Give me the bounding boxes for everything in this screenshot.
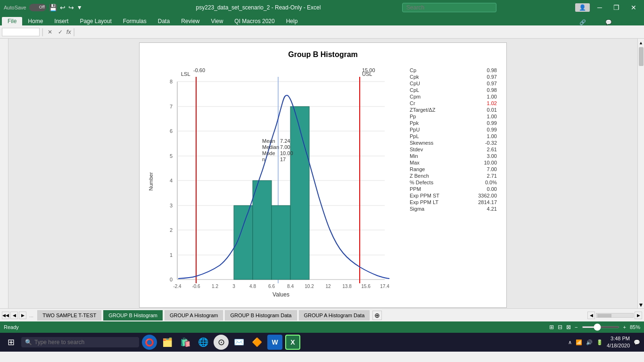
tab-data[interactable]: Data <box>152 17 175 25</box>
system-tray: ∧ 📶 🔊 🔋 3:48 PM 4/18/2020 💬 <box>568 335 640 350</box>
title-search-input[interactable] <box>402 3 496 12</box>
svg-text:10.2: 10.2 <box>305 284 314 289</box>
metric-value: 3.00 <box>464 153 497 159</box>
formula-bar: | ✕ ✓ fx | <box>0 25 644 39</box>
zoom-increase[interactable]: + <box>623 324 626 330</box>
account-icon[interactable]: 👤 <box>575 3 590 12</box>
metric-value: 1.02 <box>464 100 497 106</box>
tray-battery-icon[interactable]: 🔋 <box>596 339 603 346</box>
metric-value: 0.98 <box>464 67 497 73</box>
zoom-decrease[interactable]: − <box>575 324 578 330</box>
taskbar-app-word[interactable]: W <box>267 335 282 350</box>
tray-volume-icon[interactable]: 🔊 <box>586 339 593 346</box>
metric-label: CpU <box>410 81 420 86</box>
taskbar-app-excel[interactable]: X <box>285 335 300 350</box>
cancel-formula-button[interactable]: ✕ <box>46 29 54 35</box>
taskbar-app-edge[interactable]: 🌐 <box>196 335 211 350</box>
hscroll-left[interactable]: ◀ <box>587 312 595 319</box>
minimize-button[interactable]: ─ <box>594 4 606 11</box>
hscroll-right[interactable]: ▶ <box>635 312 642 319</box>
chart-title: Group B Histogram <box>149 50 497 59</box>
hscroll-track[interactable] <box>596 313 634 318</box>
redo-icon[interactable]: ↪ <box>68 4 74 11</box>
taskbar-app-store[interactable]: 🛍️ <box>178 335 193 350</box>
scroll-up-arrow[interactable]: ▲ <box>639 41 643 45</box>
spreadsheet-area[interactable]: Group B Histogram Number 0 <box>8 39 637 308</box>
undo-icon[interactable]: ↩ <box>60 4 66 11</box>
tray-expand-icon[interactable]: ∧ <box>568 339 572 346</box>
tab-formulas[interactable]: Formulas <box>117 17 152 25</box>
name-box-input[interactable] <box>2 28 40 36</box>
chart-body: Number 0 1 2 <box>149 63 497 300</box>
save-icon[interactable]: 💾 <box>49 4 57 11</box>
sheet-tab-group-a-histogram[interactable]: GROUP A Histogram <box>165 310 223 321</box>
taskbar-app-chrome[interactable]: ⊙ <box>214 335 229 350</box>
metric-label: Cpm <box>410 94 421 99</box>
action-center-icon[interactable]: 💬 <box>634 339 640 346</box>
tray-network-icon[interactable]: 📶 <box>576 339 582 346</box>
confirm-formula-button[interactable]: ✓ <box>56 29 65 35</box>
zoom-level: 85% <box>630 324 640 330</box>
customize-icon[interactable]: ▼ <box>77 4 83 11</box>
taskbar-app-cortana[interactable]: ⭕ <box>142 335 157 350</box>
vertical-scrollbar[interactable]: ▲ ▼ <box>637 39 644 308</box>
page-break-view-button[interactable]: ⊠ <box>566 324 571 330</box>
svg-text:7.24: 7.24 <box>280 138 290 144</box>
metric-value: 7.00 <box>464 166 497 172</box>
sheet-tab-two-sample[interactable]: TWO SAMPLE T-TEST <box>37 310 101 321</box>
tab-help[interactable]: Help <box>281 17 304 25</box>
tab-file[interactable]: File <box>2 17 22 25</box>
hscroll-thumb[interactable] <box>597 314 611 318</box>
tab-review[interactable]: Review <box>175 17 205 25</box>
clock-time: 3:48 PM <box>607 335 630 342</box>
status-bar: Ready ⊞ ⊟ ⊠ − + 85% <box>0 321 644 333</box>
chart-plot-area[interactable]: Number 0 1 2 <box>149 63 404 300</box>
normal-view-button[interactable]: ⊞ <box>549 324 554 330</box>
metric-label: Range <box>410 166 425 172</box>
autosave-label: AutoSave <box>4 5 26 10</box>
metric-row: Range7.00 <box>410 166 497 172</box>
tab-home[interactable]: Home <box>22 17 49 25</box>
sheet-nav-next[interactable]: ▶ <box>19 312 26 319</box>
ellipsis: ... <box>27 313 35 318</box>
scroll-thumb[interactable] <box>639 47 644 66</box>
metric-value: 2.61 <box>464 147 497 152</box>
svg-text:-2.4: -2.4 <box>173 284 182 289</box>
svg-text:7.00: 7.00 <box>280 144 290 150</box>
metric-value: 0.99 <box>464 127 497 132</box>
comments-button[interactable]: 💬 Comments <box>605 19 638 25</box>
bar-6.6 <box>272 206 290 280</box>
taskbar-app-mail[interactable]: ✉️ <box>231 335 247 350</box>
metric-label: Cp <box>410 67 416 73</box>
start-button[interactable]: ⊞ <box>4 335 18 349</box>
taskbar-app-explorer[interactable]: 🗂️ <box>160 335 175 350</box>
tab-qi-macros[interactable]: QI Macros 2020 <box>229 17 280 25</box>
svg-text:Values: Values <box>272 291 289 298</box>
close-button[interactable]: ✕ <box>627 4 640 11</box>
tab-view[interactable]: View <box>206 17 229 25</box>
metric-row: Cp0.98 <box>410 67 497 73</box>
taskbar-search-input[interactable] <box>21 337 139 347</box>
sheet-tab-group-b-histogram[interactable]: GROUP B Histogram <box>103 310 163 321</box>
stats-panel: Cp0.98Cpk0.97CpU0.97CpL0.98Cpm1.00Cr1.02… <box>410 63 497 300</box>
tab-insert[interactable]: Insert <box>49 17 74 25</box>
clock-display[interactable]: 3:48 PM 4/18/2020 <box>607 335 630 350</box>
zoom-slider[interactable] <box>582 326 619 328</box>
restore-button[interactable]: ❐ <box>610 4 623 11</box>
page-layout-view-button[interactable]: ⊟ <box>558 324 562 330</box>
sheet-nav-prev[interactable]: ◀ <box>10 312 18 319</box>
formula-input[interactable] <box>77 28 643 36</box>
autosave-toggle-icon[interactable]: Off <box>29 4 46 11</box>
scroll-down-arrow[interactable]: ▼ <box>638 302 644 308</box>
metric-label: Skewness <box>410 140 433 146</box>
taskbar-app-office[interactable]: 🔶 <box>249 335 264 350</box>
svg-text:8: 8 <box>170 79 173 84</box>
svg-text:2: 2 <box>170 227 173 233</box>
sheet-tab-group-a-data[interactable]: GROUP A Histogram Data <box>299 310 370 321</box>
sheet-nav-prev-prev[interactable]: ◀◀ <box>2 312 9 319</box>
tab-page-layout[interactable]: Page Layout <box>74 17 117 25</box>
add-sheet-button[interactable]: ⊕ <box>372 311 382 320</box>
metric-value: 0.97 <box>464 74 497 80</box>
share-button[interactable]: 🔗 Share <box>579 19 601 25</box>
sheet-tab-group-b-data[interactable]: GROUP B Histogram Data <box>225 310 297 321</box>
